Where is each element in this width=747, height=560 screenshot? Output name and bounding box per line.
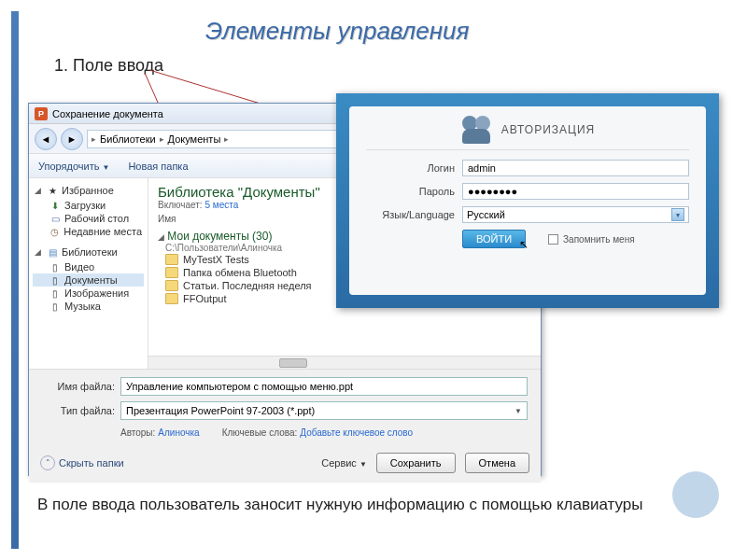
chevron-down-icon: ▼	[514, 407, 522, 415]
dialog-footer: ˄Скрыть папки Сервис ▼ Сохранить Отмена	[29, 447, 541, 483]
keywords-value[interactable]: Добавьте ключевое слово	[300, 427, 413, 438]
remember-checkbox[interactable]: Запомнить меня	[548, 234, 635, 245]
horizontal-scrollbar[interactable]	[148, 356, 541, 369]
forward-button[interactable]: ►	[61, 128, 83, 150]
slide-subtitle: 1. Поле ввода	[54, 56, 163, 76]
sidebar-libraries[interactable]: ◢▤Библиотеки	[33, 245, 144, 259]
cancel-button[interactable]: Отмена	[465, 453, 529, 473]
recent-icon: ◷	[49, 226, 60, 237]
users-icon	[460, 116, 492, 144]
crumb-1[interactable]: Документы	[168, 133, 221, 145]
authors-value[interactable]: Алиночка	[158, 427, 199, 438]
login-input[interactable]	[462, 160, 689, 176]
password-label: Пароль	[366, 186, 455, 197]
collapse-icon: ◢	[158, 232, 164, 242]
folder-icon	[165, 267, 178, 278]
chevron-up-icon: ˄	[40, 455, 55, 470]
library-locations-link[interactable]: 5 места	[204, 200, 238, 210]
slide-title: Элементы управления	[205, 17, 469, 46]
sidebar-item-documents[interactable]: ▯Документы	[33, 273, 144, 287]
metadata-row: Авторы:Алиночка Ключевые слова:Добавьте …	[42, 426, 528, 443]
folder-icon	[165, 293, 178, 304]
desktop-icon: ▭	[49, 213, 61, 224]
image-icon: ▯	[49, 287, 61, 299]
sidebar-item-desktop[interactable]: ▭Рабочий стол	[33, 212, 144, 225]
star-icon: ★	[47, 185, 58, 196]
filename-label: Имя файла:	[42, 381, 115, 392]
sidebar-item-music[interactable]: ▯Музыка	[33, 300, 144, 313]
chevron-down-icon: ▾	[671, 208, 684, 221]
keywords-label: Ключевые слова:	[222, 427, 298, 438]
folder-icon	[165, 280, 178, 291]
login-button[interactable]: ВОЙТИ↖	[462, 230, 526, 248]
auth-header: АВТОРИЗАЦИЯ	[366, 116, 689, 150]
powerpoint-icon: P	[35, 107, 48, 120]
chevron-right-icon: ▸	[224, 134, 229, 144]
chevron-down-icon: ▼	[359, 460, 367, 469]
password-input[interactable]	[462, 183, 689, 200]
library-icon: ▤	[47, 246, 58, 258]
auth-card: АВТОРИЗАЦИЯ Логин Пароль Язык/Language Р…	[349, 106, 706, 295]
filetype-select[interactable]: Презентация PowerPoint 97-2003 (*.ppt)▼	[120, 401, 528, 420]
sidebar-item-downloads[interactable]: ⬇Загрузки	[33, 199, 144, 212]
sidebar-item-video[interactable]: ▯Видео	[33, 260, 144, 273]
organize-menu[interactable]: Упорядочить▼	[38, 161, 109, 172]
hide-folders-toggle[interactable]: ˄Скрыть папки	[40, 455, 124, 470]
sidebar-item-recent[interactable]: ◷Недавние места	[33, 225, 144, 238]
filename-input[interactable]	[120, 377, 528, 396]
language-select[interactable]: Русский▾	[462, 206, 689, 223]
chevron-down-icon: ▼	[102, 163, 109, 172]
download-icon: ⬇	[49, 200, 61, 211]
back-button[interactable]: ◄	[35, 128, 57, 150]
collapse-icon: ◢	[35, 247, 43, 257]
dialog-fields: Имя файла: Тип файла: Презентация PowerP…	[29, 369, 541, 447]
sidebar-item-images[interactable]: ▯Изображения	[33, 287, 144, 300]
arrow-right-icon: ►	[67, 133, 78, 145]
collapse-icon: ◢	[35, 186, 43, 195]
crumb-0[interactable]: Библиотеки	[100, 133, 156, 145]
arrow-left-icon: ◄	[41, 133, 51, 145]
authors-label: Авторы:	[120, 427, 155, 438]
video-icon: ▯	[49, 261, 61, 273]
auth-panel: АВТОРИЗАЦИЯ Логин Пароль Язык/Language Р…	[336, 93, 719, 308]
scrollbar-thumb[interactable]	[279, 358, 307, 368]
language-label: Язык/Language	[366, 209, 455, 220]
auth-title: АВТОРИЗАЦИЯ	[501, 123, 595, 136]
service-menu[interactable]: Сервис ▼	[321, 457, 367, 469]
new-folder-button[interactable]: Новая папка	[128, 161, 188, 172]
sidebar-favorites[interactable]: ◢★Избранное	[33, 184, 144, 197]
decorative-circle	[672, 471, 719, 518]
chevron-right-icon: ▸	[92, 134, 96, 144]
slide-body-text: В поле ввода пользователь заносит нужную…	[37, 495, 691, 516]
save-button[interactable]: Сохранить	[376, 453, 456, 473]
chevron-right-icon: ▸	[160, 134, 164, 144]
document-icon: ▯	[49, 274, 61, 286]
checkbox-icon	[548, 234, 558, 245]
music-icon: ▯	[49, 301, 61, 312]
slide-accent-bar	[11, 11, 19, 549]
cursor-icon: ↖	[519, 238, 529, 251]
login-label: Логин	[366, 162, 455, 174]
folder-icon	[165, 254, 178, 265]
filetype-label: Тип файла:	[42, 405, 115, 416]
sidebar: ◢★Избранное ⬇Загрузки ▭Рабочий стол ◷Нед…	[29, 178, 148, 369]
dialog-title: Сохранение документа	[52, 108, 163, 119]
